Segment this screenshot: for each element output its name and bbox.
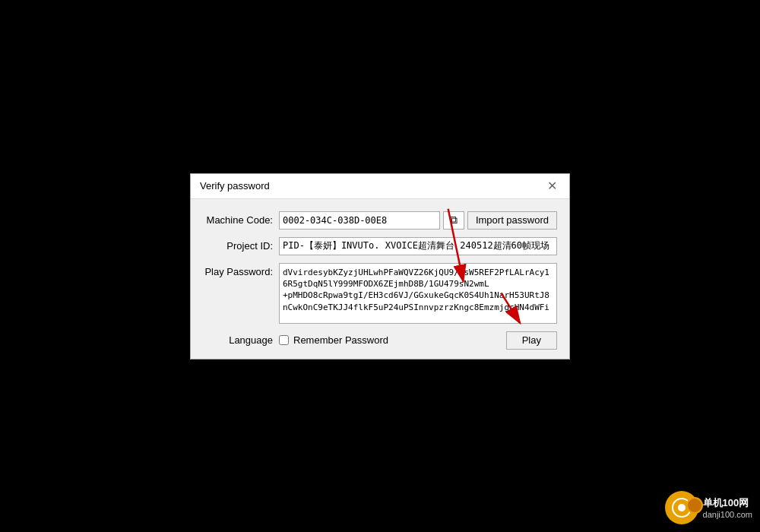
project-id-label: Project ID:: [203, 240, 279, 252]
import-password-button[interactable]: Import password: [467, 211, 557, 230]
language-label: Language: [203, 334, 279, 346]
play-password-row: Play Password:: [203, 263, 557, 324]
watermark-icon: [671, 497, 692, 518]
play-password-textarea[interactable]: [279, 263, 557, 324]
machine-code-label: Machine Code:: [203, 214, 279, 226]
project-id-input[interactable]: [279, 237, 557, 255]
watermark-site: 单机100网: [703, 496, 752, 510]
watermark-url: danji100.com: [703, 510, 752, 519]
dialog-close-button[interactable]: ✕: [544, 180, 560, 192]
watermark-text-block: 单机100网 danji100.com: [703, 496, 752, 519]
dialog-titlebar: Verify password ✕: [191, 174, 569, 199]
remember-section: Remember Password: [279, 334, 506, 346]
bottom-row: Language Remember Password Play: [203, 331, 557, 350]
remember-password-label[interactable]: Remember Password: [293, 334, 388, 346]
play-button[interactable]: Play: [506, 331, 557, 350]
machine-code-input-group: ⧉ Import password: [279, 211, 557, 230]
verify-password-dialog: Verify password ✕ Machine Code: ⧉ Import…: [190, 173, 570, 359]
svg-point-4: [678, 504, 686, 511]
dialog-body: Machine Code: ⧉ Import password Project …: [191, 199, 569, 359]
watermark-logo: [665, 491, 698, 524]
copy-button[interactable]: ⧉: [443, 211, 464, 230]
dialog-title: Verify password: [200, 180, 270, 192]
remember-password-checkbox[interactable]: [279, 335, 289, 345]
machine-code-row: Machine Code: ⧉ Import password: [203, 211, 557, 230]
watermark: 单机100网 danji100.com: [665, 491, 752, 524]
project-id-row: Project ID:: [203, 237, 557, 255]
machine-code-input[interactable]: [279, 211, 440, 230]
play-password-label: Play Password:: [203, 263, 279, 277]
